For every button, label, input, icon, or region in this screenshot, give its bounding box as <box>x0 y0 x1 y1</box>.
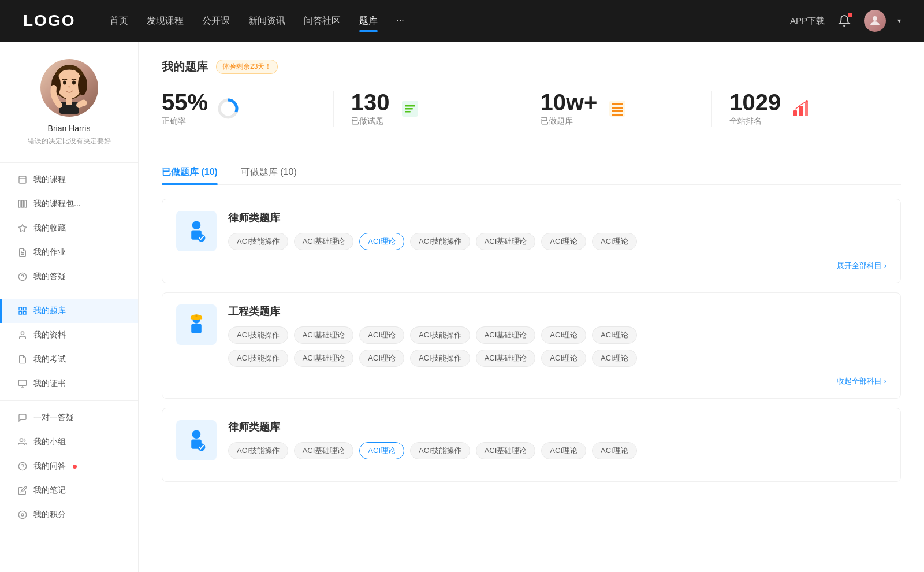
sidebar-label-my-profile: 我的资料 <box>33 330 66 340</box>
profile-name: Brian Harris <box>48 124 91 133</box>
tag-1[interactable]: ACI基础理论 <box>294 233 354 250</box>
sidebar-item-my-bank[interactable]: 我的题库 <box>0 299 138 323</box>
l2-tag-5[interactable]: ACI理论 <box>541 442 586 459</box>
tag-6[interactable]: ACI理论 <box>592 233 637 250</box>
tag-2-active[interactable]: ACI理论 <box>359 233 404 250</box>
sidebar-item-homework[interactable]: 我的作业 <box>0 240 138 265</box>
sidebar-item-points[interactable]: 我的积分 <box>0 503 138 527</box>
nav-link-qa[interactable]: 问答社区 <box>304 13 341 29</box>
svg-rect-9 <box>66 96 72 105</box>
eng-tag-1[interactable]: ACI基础理论 <box>294 326 354 344</box>
eng-tag-r2-6[interactable]: ACI理论 <box>592 350 637 367</box>
eng-tag-r2-5[interactable]: ACI理论 <box>541 350 586 367</box>
sidebar-profile: Brian Harris 错误的决定比没有决定要好 <box>0 53 138 158</box>
sidebar-label-certs: 我的证书 <box>33 378 66 389</box>
collapse-link-engineer[interactable]: 收起全部科目 <box>837 376 886 387</box>
profile-motto: 错误的决定比没有决定要好 <box>28 136 111 146</box>
nav-link-discover[interactable]: 发现课程 <box>147 13 184 29</box>
svg-rect-21 <box>23 307 26 310</box>
sidebar-label-notes: 我的笔记 <box>33 485 66 496</box>
lawyer2-icon-wrap <box>176 420 217 460</box>
l2-tag-0[interactable]: ACI技能操作 <box>228 442 288 459</box>
dropdown-arrow-icon[interactable]: ▾ <box>897 17 901 25</box>
course-pkg-icon <box>17 199 28 209</box>
l2-tag-4[interactable]: ACI基础理论 <box>476 442 536 459</box>
eng-tag-r2-2[interactable]: ACI理论 <box>359 350 404 367</box>
qbank-header-engineer: 工程类题库 ACI技能操作 ACI基础理论 ACI理论 ACI技能操作 ACI基… <box>176 304 886 367</box>
svg-point-56 <box>192 430 201 439</box>
tag-4[interactable]: ACI基础理论 <box>476 233 536 250</box>
l2-tag-1[interactable]: ACI基础理论 <box>294 442 354 459</box>
eng-tag-r2-1[interactable]: ACI基础理论 <box>294 350 354 367</box>
tab-available-banks[interactable]: 可做题库 (10) <box>241 161 297 184</box>
svg-rect-43 <box>612 114 623 116</box>
sidebar-item-my-profile[interactable]: 我的资料 <box>0 323 138 347</box>
sidebar-item-favorites[interactable]: 我的收藏 <box>0 216 138 240</box>
sidebar-item-course-pkg[interactable]: 我的课程包... <box>0 192 138 216</box>
qbank-title-engineer: 工程类题库 <box>228 304 886 318</box>
eng-tag-r2-0[interactable]: ACI技能操作 <box>228 350 288 367</box>
eng-tag-5[interactable]: ACI理论 <box>541 326 586 344</box>
stat-banks-text: 10w+ 已做题库 <box>541 91 598 127</box>
qbank-tags-engineer-row1: ACI技能操作 ACI基础理论 ACI理论 ACI技能操作 ACI基础理论 AC… <box>228 326 886 344</box>
stat-accuracy: 55% 正确率 <box>162 91 334 127</box>
qbank-content-lawyer-1: 律师类题库 ACI技能操作 ACI基础理论 ACI理论 ACI技能操作 ACI基… <box>228 211 886 250</box>
svg-rect-42 <box>612 110 623 112</box>
answers-icon <box>17 461 28 471</box>
trial-badge: 体验剩余23天！ <box>216 60 278 74</box>
nav-link-news[interactable]: 新闻资讯 <box>248 13 285 29</box>
sidebar-label-my-bank: 我的题库 <box>33 306 66 316</box>
tag-5[interactable]: ACI理论 <box>541 233 586 250</box>
sidebar-label-course-pkg: 我的课程包... <box>33 199 81 209</box>
svg-rect-25 <box>18 380 26 385</box>
svg-point-28 <box>20 439 23 441</box>
eng-tag-0[interactable]: ACI技能操作 <box>228 326 288 344</box>
tag-0[interactable]: ACI技能操作 <box>228 233 288 250</box>
nav-link-more[interactable]: ··· <box>396 13 404 29</box>
sidebar-item-my-courses[interactable]: 我的课程 <box>0 168 138 192</box>
app-download-button[interactable]: APP下载 <box>790 16 825 27</box>
svg-rect-22 <box>19 311 22 314</box>
eng-tag-4[interactable]: ACI基础理论 <box>476 326 536 344</box>
eng-tag-3[interactable]: ACI技能操作 <box>410 326 470 344</box>
nav-link-home[interactable]: 首页 <box>110 13 128 29</box>
nav-link-open-course[interactable]: 公开课 <box>202 13 230 29</box>
eng-tag-2[interactable]: ACI理论 <box>359 326 404 344</box>
sidebar-item-groups[interactable]: 我的小组 <box>0 430 138 454</box>
eng-tag-r2-4[interactable]: ACI基础理论 <box>476 350 536 367</box>
svg-point-0 <box>873 16 877 21</box>
divider-2 <box>0 294 138 294</box>
l2-tag-2-active[interactable]: ACI理论 <box>359 442 404 459</box>
expand-link-lawyer-1[interactable]: 展开全部科目 <box>837 261 886 271</box>
stat-rank-label: 全站排名 <box>729 116 781 127</box>
eng-tag-r2-3[interactable]: ACI技能操作 <box>410 350 470 367</box>
notification-bell[interactable] <box>836 13 852 29</box>
sidebar-item-certs[interactable]: 我的证书 <box>0 372 138 396</box>
profile-avatar <box>40 59 98 117</box>
sidebar-item-exams[interactable]: 我的考试 <box>0 347 138 372</box>
svg-rect-44 <box>793 110 797 116</box>
qbank-tags-lawyer-1: ACI技能操作 ACI基础理论 ACI理论 ACI技能操作 ACI基础理论 AC… <box>228 233 886 250</box>
sidebar-label-points: 我的积分 <box>33 510 66 520</box>
svg-rect-14 <box>25 200 27 207</box>
favorites-icon <box>17 223 28 233</box>
sidebar-item-qa[interactable]: 我的答疑 <box>0 265 138 289</box>
l2-tag-3[interactable]: ACI技能操作 <box>410 442 470 459</box>
tag-3[interactable]: ACI技能操作 <box>410 233 470 250</box>
svg-rect-45 <box>799 106 803 116</box>
notes-orange-icon <box>605 96 629 121</box>
sidebar-item-my-answers[interactable]: 我的问答 <box>0 454 138 478</box>
eng-tag-6[interactable]: ACI理论 <box>592 326 637 344</box>
svg-rect-55 <box>191 324 202 333</box>
sidebar-item-one-on-one[interactable]: 一对一答疑 <box>0 406 138 430</box>
lawyer-icon-wrap <box>176 211 217 251</box>
engineer-icon-wrap <box>176 304 217 345</box>
sidebar-item-notes[interactable]: 我的笔记 <box>0 478 138 503</box>
tab-done-banks[interactable]: 已做题库 (10) <box>162 161 218 184</box>
svg-rect-41 <box>612 107 623 109</box>
sidebar-label-my-answers: 我的问答 <box>33 461 66 471</box>
avatar[interactable] <box>864 10 886 32</box>
l2-tag-6[interactable]: ACI理论 <box>592 442 637 459</box>
svg-rect-10 <box>19 176 26 183</box>
nav-link-bank[interactable]: 题库 <box>359 13 378 29</box>
